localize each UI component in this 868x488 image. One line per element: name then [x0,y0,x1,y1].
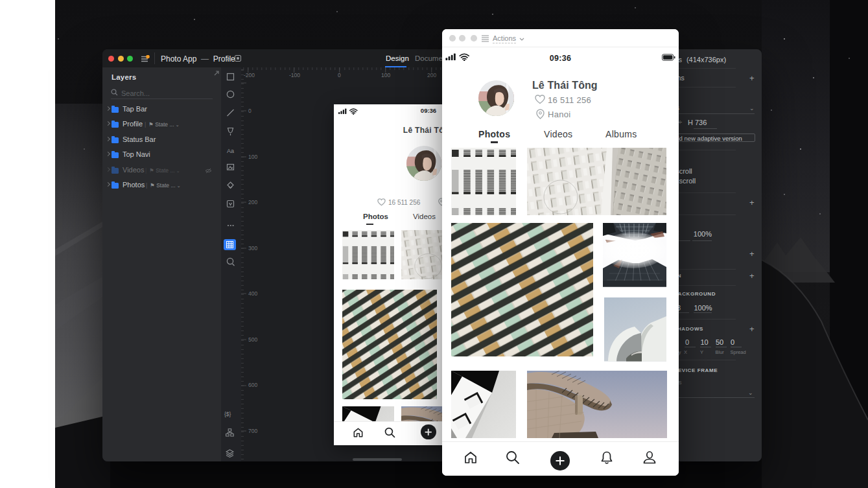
svg-text:Aa: Aa [227,148,234,154]
